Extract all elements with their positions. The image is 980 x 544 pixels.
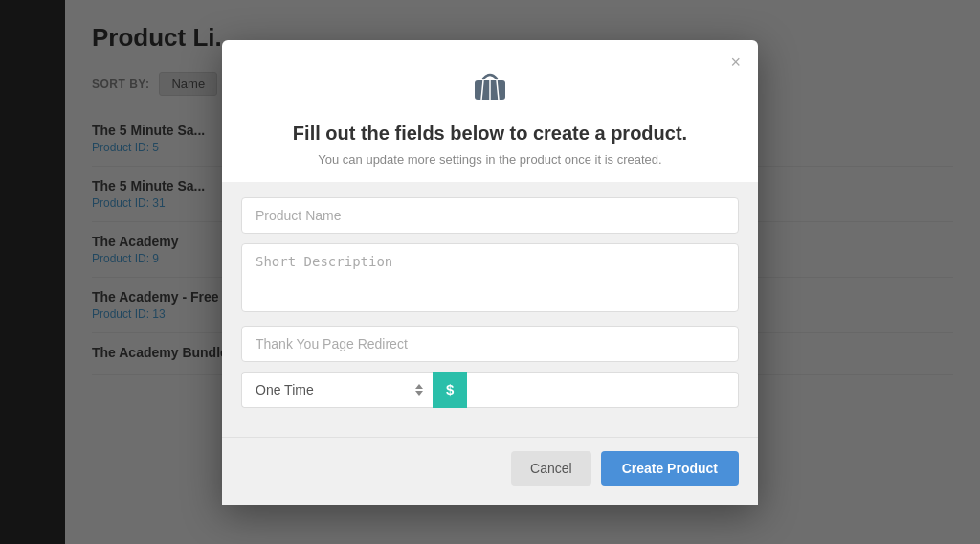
modal-header: Fill out the fields below to create a pr… xyxy=(222,40,758,182)
thank-you-page-input[interactable] xyxy=(241,326,739,362)
short-description-input[interactable] xyxy=(241,243,739,312)
short-description-field xyxy=(241,243,739,316)
dollar-button[interactable]: $ xyxy=(433,372,467,408)
product-name-field xyxy=(241,197,739,234)
basket-icon xyxy=(260,69,720,111)
modal-footer: Cancel Create Product xyxy=(222,437,758,505)
product-name-input[interactable] xyxy=(241,197,739,234)
create-product-button[interactable]: Create Product xyxy=(601,451,739,486)
modal-title: Fill out the fields below to create a pr… xyxy=(260,123,720,145)
close-button[interactable]: × xyxy=(730,54,741,71)
modal-form: One TimeSubscriptionPayment Plan $ xyxy=(222,182,758,437)
create-product-modal: × Fill out the fields below to create a … xyxy=(222,40,758,505)
billing-type-wrapper: One TimeSubscriptionPayment Plan xyxy=(241,372,433,408)
thank-you-page-field xyxy=(241,326,739,362)
billing-type-select[interactable]: One TimeSubscriptionPayment Plan xyxy=(241,372,433,408)
pricing-field: One TimeSubscriptionPayment Plan $ xyxy=(241,372,739,408)
modal-subtitle: You can update more settings in the prod… xyxy=(260,152,720,167)
modal-overlay: × Fill out the fields below to create a … xyxy=(0,0,980,544)
cancel-button[interactable]: Cancel xyxy=(511,451,591,486)
price-amount-input[interactable] xyxy=(467,372,739,408)
